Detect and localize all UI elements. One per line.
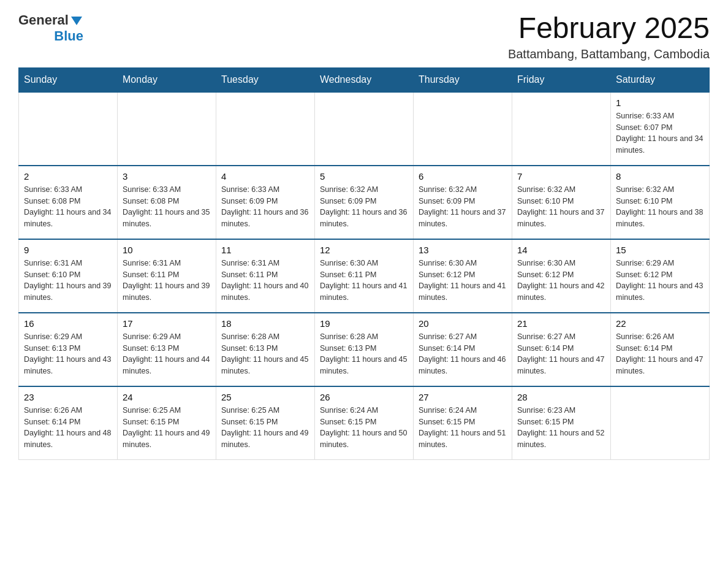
calendar-week-row: 1Sunrise: 6:33 AM Sunset: 6:07 PM Daylig… <box>19 92 710 166</box>
day-number: 10 <box>123 245 211 255</box>
day-info: Sunrise: 6:30 AM Sunset: 6:12 PM Dayligh… <box>517 258 605 304</box>
day-number: 14 <box>517 245 605 255</box>
calendar-cell <box>216 92 315 166</box>
day-number: 7 <box>517 171 605 182</box>
day-info: Sunrise: 6:33 AM Sunset: 6:08 PM Dayligh… <box>123 184 211 230</box>
calendar-cell: 3Sunrise: 6:33 AM Sunset: 6:08 PM Daylig… <box>118 166 216 239</box>
day-number: 3 <box>123 171 211 182</box>
day-number: 25 <box>221 392 309 402</box>
day-number: 5 <box>320 171 408 182</box>
calendar-cell <box>611 386 710 460</box>
calendar-cell: 24Sunrise: 6:25 AM Sunset: 6:15 PM Dayli… <box>118 386 216 460</box>
calendar-cell: 14Sunrise: 6:30 AM Sunset: 6:12 PM Dayli… <box>512 239 611 313</box>
day-number: 24 <box>123 392 211 402</box>
calendar-cell: 2Sunrise: 6:33 AM Sunset: 6:08 PM Daylig… <box>19 166 118 239</box>
day-number: 23 <box>24 392 112 402</box>
calendar-cell: 15Sunrise: 6:29 AM Sunset: 6:12 PM Dayli… <box>611 239 710 313</box>
calendar-cell: 5Sunrise: 6:32 AM Sunset: 6:09 PM Daylig… <box>315 166 414 239</box>
calendar-cell: 28Sunrise: 6:23 AM Sunset: 6:15 PM Dayli… <box>512 386 611 460</box>
calendar-cell <box>414 92 512 166</box>
calendar-cell: 19Sunrise: 6:28 AM Sunset: 6:13 PM Dayli… <box>315 313 414 386</box>
day-info: Sunrise: 6:24 AM Sunset: 6:15 PM Dayligh… <box>419 405 507 451</box>
logo-general-text: General <box>18 12 69 28</box>
svg-marker-0 <box>71 17 82 25</box>
day-number: 15 <box>616 245 704 255</box>
day-number: 8 <box>616 171 704 182</box>
weekday-header-tuesday: Tuesday <box>216 67 315 92</box>
calendar-cell: 13Sunrise: 6:30 AM Sunset: 6:12 PM Dayli… <box>414 239 512 313</box>
calendar-cell: 6Sunrise: 6:32 AM Sunset: 6:09 PM Daylig… <box>414 166 512 239</box>
day-info: Sunrise: 6:27 AM Sunset: 6:14 PM Dayligh… <box>517 331 605 377</box>
day-info: Sunrise: 6:29 AM Sunset: 6:13 PM Dayligh… <box>123 331 211 377</box>
calendar-cell: 12Sunrise: 6:30 AM Sunset: 6:11 PM Dayli… <box>315 239 414 313</box>
calendar-cell: 10Sunrise: 6:31 AM Sunset: 6:11 PM Dayli… <box>118 239 216 313</box>
calendar-cell: 23Sunrise: 6:26 AM Sunset: 6:14 PM Dayli… <box>19 386 118 460</box>
calendar-week-row: 9Sunrise: 6:31 AM Sunset: 6:10 PM Daylig… <box>19 239 710 313</box>
calendar-body: 1Sunrise: 6:33 AM Sunset: 6:07 PM Daylig… <box>19 92 710 460</box>
weekday-header-wednesday: Wednesday <box>315 67 414 92</box>
weekday-header-row: SundayMondayTuesdayWednesdayThursdayFrid… <box>19 67 710 92</box>
day-info: Sunrise: 6:32 AM Sunset: 6:09 PM Dayligh… <box>419 184 507 230</box>
day-info: Sunrise: 6:33 AM Sunset: 6:07 PM Dayligh… <box>616 110 704 156</box>
day-number: 12 <box>320 245 408 255</box>
calendar-cell: 16Sunrise: 6:29 AM Sunset: 6:13 PM Dayli… <box>19 313 118 386</box>
day-info: Sunrise: 6:30 AM Sunset: 6:12 PM Dayligh… <box>419 258 507 304</box>
calendar-header: SundayMondayTuesdayWednesdayThursdayFrid… <box>19 67 710 92</box>
calendar-week-row: 2Sunrise: 6:33 AM Sunset: 6:08 PM Daylig… <box>19 166 710 239</box>
day-number: 4 <box>221 171 309 182</box>
day-number: 16 <box>24 318 112 329</box>
calendar-cell <box>512 92 611 166</box>
calendar-cell: 21Sunrise: 6:27 AM Sunset: 6:14 PM Dayli… <box>512 313 611 386</box>
calendar-cell: 1Sunrise: 6:33 AM Sunset: 6:07 PM Daylig… <box>611 92 710 166</box>
day-info: Sunrise: 6:26 AM Sunset: 6:14 PM Dayligh… <box>24 405 112 451</box>
day-number: 13 <box>419 245 507 255</box>
day-info: Sunrise: 6:29 AM Sunset: 6:13 PM Dayligh… <box>24 331 112 377</box>
calendar-cell <box>315 92 414 166</box>
day-number: 22 <box>616 318 704 329</box>
page-title: February 2025 <box>508 12 710 45</box>
calendar-cell: 26Sunrise: 6:24 AM Sunset: 6:15 PM Dayli… <box>315 386 414 460</box>
calendar-cell <box>118 92 216 166</box>
weekday-header-thursday: Thursday <box>414 67 512 92</box>
calendar-table: SundayMondayTuesdayWednesdayThursdayFrid… <box>18 67 710 461</box>
calendar-week-row: 23Sunrise: 6:26 AM Sunset: 6:14 PM Dayli… <box>19 386 710 460</box>
weekday-header-sunday: Sunday <box>19 67 118 92</box>
day-number: 17 <box>123 318 211 329</box>
weekday-header-friday: Friday <box>512 67 611 92</box>
day-info: Sunrise: 6:32 AM Sunset: 6:09 PM Dayligh… <box>320 184 408 230</box>
calendar-cell <box>19 92 118 166</box>
page-header: General Blue February 2025 Battambang, B… <box>18 12 710 61</box>
calendar-cell: 18Sunrise: 6:28 AM Sunset: 6:13 PM Dayli… <box>216 313 315 386</box>
weekday-header-saturday: Saturday <box>611 67 710 92</box>
calendar-cell: 8Sunrise: 6:32 AM Sunset: 6:10 PM Daylig… <box>611 166 710 239</box>
day-number: 1 <box>616 98 704 108</box>
day-number: 11 <box>221 245 309 255</box>
calendar-cell: 4Sunrise: 6:33 AM Sunset: 6:09 PM Daylig… <box>216 166 315 239</box>
page-subtitle: Battambang, Battambang, Cambodia <box>508 47 710 61</box>
calendar-cell: 25Sunrise: 6:25 AM Sunset: 6:15 PM Dayli… <box>216 386 315 460</box>
calendar-cell: 7Sunrise: 6:32 AM Sunset: 6:10 PM Daylig… <box>512 166 611 239</box>
calendar-cell: 17Sunrise: 6:29 AM Sunset: 6:13 PM Dayli… <box>118 313 216 386</box>
day-info: Sunrise: 6:29 AM Sunset: 6:12 PM Dayligh… <box>616 258 704 304</box>
day-info: Sunrise: 6:28 AM Sunset: 6:13 PM Dayligh… <box>320 331 408 377</box>
calendar-cell: 27Sunrise: 6:24 AM Sunset: 6:15 PM Dayli… <box>414 386 512 460</box>
day-number: 6 <box>419 171 507 182</box>
day-info: Sunrise: 6:28 AM Sunset: 6:13 PM Dayligh… <box>221 331 309 377</box>
day-number: 2 <box>24 171 112 182</box>
day-number: 20 <box>419 318 507 329</box>
calendar-cell: 22Sunrise: 6:26 AM Sunset: 6:14 PM Dayli… <box>611 313 710 386</box>
day-info: Sunrise: 6:31 AM Sunset: 6:11 PM Dayligh… <box>123 258 211 304</box>
day-number: 21 <box>517 318 605 329</box>
day-info: Sunrise: 6:33 AM Sunset: 6:09 PM Dayligh… <box>221 184 309 230</box>
calendar-cell: 11Sunrise: 6:31 AM Sunset: 6:11 PM Dayli… <box>216 239 315 313</box>
day-info: Sunrise: 6:25 AM Sunset: 6:15 PM Dayligh… <box>123 405 211 451</box>
day-info: Sunrise: 6:23 AM Sunset: 6:15 PM Dayligh… <box>517 405 605 451</box>
logo-blue-text: Blue <box>54 28 83 44</box>
day-info: Sunrise: 6:32 AM Sunset: 6:10 PM Dayligh… <box>616 184 704 230</box>
logo-triangle-icon <box>70 14 83 28</box>
calendar-cell: 9Sunrise: 6:31 AM Sunset: 6:10 PM Daylig… <box>19 239 118 313</box>
title-section: February 2025 Battambang, Battambang, Ca… <box>508 12 710 61</box>
day-info: Sunrise: 6:27 AM Sunset: 6:14 PM Dayligh… <box>419 331 507 377</box>
day-number: 27 <box>419 392 507 402</box>
calendar-cell: 20Sunrise: 6:27 AM Sunset: 6:14 PM Dayli… <box>414 313 512 386</box>
